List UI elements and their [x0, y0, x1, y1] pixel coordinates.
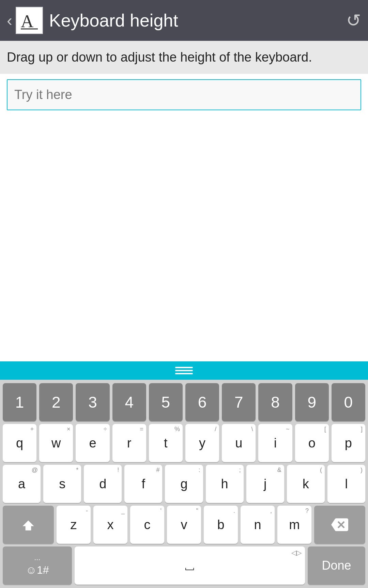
key-k[interactable]: (k [287, 465, 325, 503]
key-6[interactable]: 6 [185, 383, 219, 421]
backspace-icon [331, 516, 348, 533]
key-row-numbers: 1 2 3 4 5 6 7 8 9 0 [3, 383, 365, 421]
key-3[interactable]: 3 [76, 383, 109, 421]
key-y[interactable]: /y [185, 424, 219, 462]
key-z[interactable]: -z [57, 506, 91, 544]
key-q[interactable]: +q [3, 424, 36, 462]
key-o[interactable]: [o [295, 424, 329, 462]
svg-text:A: A [21, 12, 34, 31]
done-button[interactable]: Done [308, 546, 365, 585]
key-row-qwerty: +q ×w ÷e =r %t /y \u ~i [o ]p [3, 424, 365, 462]
key-e[interactable]: ÷e [76, 424, 109, 462]
backspace-button[interactable] [314, 506, 365, 544]
instruction-text: Drag up or down to adjust the height of … [0, 41, 368, 74]
key-a[interactable]: @a [3, 465, 41, 503]
key-c[interactable]: 'c [130, 506, 164, 544]
key-1[interactable]: 1 [3, 383, 36, 421]
key-p[interactable]: ]p [332, 424, 365, 462]
key-w[interactable]: ×w [39, 424, 73, 462]
app-icon: A [16, 7, 43, 34]
key-l[interactable]: )l [327, 465, 365, 503]
back-button[interactable]: ‹ [7, 12, 12, 29]
key-2[interactable]: 2 [39, 383, 73, 421]
reset-button[interactable]: ↺ [346, 10, 361, 31]
key-h[interactable]: ;h [206, 465, 244, 503]
key-4[interactable]: 4 [112, 383, 146, 421]
keyboard: 1 2 3 4 5 6 7 8 9 0 +q ×w ÷e =r %t /y \u… [0, 380, 368, 588]
key-u[interactable]: \u [222, 424, 256, 462]
try-it-input[interactable] [7, 79, 361, 110]
key-d[interactable]: !d [84, 465, 122, 503]
page-title: Keyboard height [49, 10, 346, 31]
space-button[interactable]: ◁▷ ⎵ [75, 546, 305, 585]
key-9[interactable]: 9 [295, 383, 329, 421]
key-v[interactable]: "v [167, 506, 201, 544]
input-area [0, 74, 368, 116]
key-5[interactable]: 5 [149, 383, 183, 421]
key-b[interactable]: .b [204, 506, 238, 544]
key-row-bottom: ··· ☺1# ◁▷ ⎵ Done [3, 546, 365, 585]
key-r[interactable]: =r [112, 424, 146, 462]
shift-button[interactable] [3, 506, 54, 544]
emoji-button[interactable]: ··· ☺1# [3, 546, 72, 585]
key-t[interactable]: %t [149, 424, 183, 462]
key-row-zxcv: -z _x 'c "v .b ,n ?m [3, 506, 365, 544]
key-x[interactable]: _x [93, 506, 127, 544]
key-m[interactable]: ?m [277, 506, 311, 544]
key-8[interactable]: 8 [258, 383, 292, 421]
app-header: ‹ A Keyboard height ↺ [0, 0, 368, 41]
shift-icon [20, 516, 37, 533]
key-j[interactable]: &j [246, 465, 284, 503]
key-g[interactable]: :g [165, 465, 203, 503]
key-n[interactable]: ,n [241, 506, 275, 544]
keyboard-drag-handle[interactable] [0, 361, 368, 380]
content-spacer [0, 116, 368, 361]
key-s[interactable]: *s [43, 465, 81, 503]
key-row-asdf: @a *s !d #f :g ;h &j (k )l [3, 465, 365, 503]
drag-handle-icon [175, 367, 193, 374]
key-i[interactable]: ~i [258, 424, 292, 462]
key-0[interactable]: 0 [332, 383, 365, 421]
key-f[interactable]: #f [124, 465, 162, 503]
arrows-label: ◁▷ [291, 549, 302, 557]
key-7[interactable]: 7 [222, 383, 256, 421]
